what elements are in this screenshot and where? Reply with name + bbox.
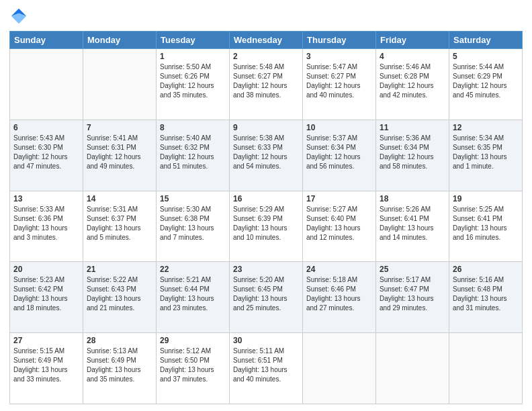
calendar-cell: 23Sunrise: 5:20 AM Sunset: 6:45 PM Dayli…: [230, 262, 303, 333]
calendar-cell: 17Sunrise: 5:27 AM Sunset: 6:40 PM Dayli…: [303, 191, 376, 262]
calendar-cell: 2Sunrise: 5:48 AM Sunset: 6:27 PM Daylig…: [230, 49, 303, 120]
day-number: 11: [380, 123, 445, 132]
day-info: Sunrise: 5:26 AM Sunset: 6:41 PM Dayligh…: [380, 205, 445, 242]
calendar-cell: 16Sunrise: 5:29 AM Sunset: 6:39 PM Dayli…: [230, 191, 303, 262]
day-info: Sunrise: 5:21 AM Sunset: 6:44 PM Dayligh…: [160, 275, 226, 313]
calendar-cell: 6Sunrise: 5:43 AM Sunset: 6:30 PM Daylig…: [10, 120, 83, 191]
day-number: 12: [453, 123, 519, 132]
day-info: Sunrise: 5:29 AM Sunset: 6:39 PM Dayligh…: [233, 205, 299, 242]
calendar-cell: 13Sunrise: 5:33 AM Sunset: 6:36 PM Dayli…: [10, 191, 83, 262]
day-info: Sunrise: 5:31 AM Sunset: 6:37 PM Dayligh…: [87, 205, 152, 242]
day-info: Sunrise: 5:36 AM Sunset: 6:34 PM Dayligh…: [380, 134, 445, 171]
day-number: 19: [453, 194, 519, 203]
day-info: Sunrise: 5:22 AM Sunset: 6:43 PM Dayligh…: [87, 275, 152, 313]
col-header-friday: Friday: [376, 32, 449, 49]
calendar-cell: 22Sunrise: 5:21 AM Sunset: 6:44 PM Dayli…: [157, 262, 230, 333]
day-info: Sunrise: 5:13 AM Sunset: 6:49 PM Dayligh…: [87, 347, 152, 384]
calendar-cell: 28Sunrise: 5:13 AM Sunset: 6:49 PM Dayli…: [83, 333, 157, 404]
day-number: 13: [13, 194, 79, 203]
day-info: Sunrise: 5:23 AM Sunset: 6:42 PM Dayligh…: [13, 275, 79, 313]
day-number: 3: [306, 52, 372, 61]
day-info: Sunrise: 5:11 AM Sunset: 6:51 PM Dayligh…: [233, 347, 299, 384]
calendar-cell: 27Sunrise: 5:15 AM Sunset: 6:49 PM Dayli…: [10, 333, 83, 404]
day-info: Sunrise: 5:46 AM Sunset: 6:28 PM Dayligh…: [380, 62, 445, 100]
day-info: Sunrise: 5:33 AM Sunset: 6:36 PM Dayligh…: [13, 205, 79, 242]
calendar-cell: 21Sunrise: 5:22 AM Sunset: 6:43 PM Dayli…: [83, 262, 157, 333]
calendar-week-2: 13Sunrise: 5:33 AM Sunset: 6:36 PM Dayli…: [10, 191, 523, 262]
col-header-tuesday: Tuesday: [157, 32, 230, 49]
calendar-cell: 11Sunrise: 5:36 AM Sunset: 6:34 PM Dayli…: [376, 120, 449, 191]
day-number: 14: [87, 194, 152, 203]
day-info: Sunrise: 5:17 AM Sunset: 6:47 PM Dayligh…: [380, 275, 445, 313]
logo-icon: [9, 7, 28, 26]
day-info: Sunrise: 5:37 AM Sunset: 6:34 PM Dayligh…: [306, 134, 372, 171]
col-header-thursday: Thursday: [303, 32, 376, 49]
calendar-cell: 24Sunrise: 5:18 AM Sunset: 6:46 PM Dayli…: [303, 262, 376, 333]
day-info: Sunrise: 5:50 AM Sunset: 6:26 PM Dayligh…: [160, 62, 226, 100]
calendar-table: SundayMondayTuesdayWednesdayThursdayFrid…: [9, 31, 523, 404]
calendar-week-4: 27Sunrise: 5:15 AM Sunset: 6:49 PM Dayli…: [10, 333, 523, 404]
calendar-cell: 20Sunrise: 5:23 AM Sunset: 6:42 PM Dayli…: [10, 262, 83, 333]
calendar-cell: 18Sunrise: 5:26 AM Sunset: 6:41 PM Dayli…: [376, 191, 449, 262]
calendar-cell: 12Sunrise: 5:34 AM Sunset: 6:35 PM Dayli…: [449, 120, 523, 191]
day-info: Sunrise: 5:20 AM Sunset: 6:45 PM Dayligh…: [233, 275, 299, 313]
day-info: Sunrise: 5:16 AM Sunset: 6:48 PM Dayligh…: [453, 275, 519, 313]
calendar-cell: 8Sunrise: 5:40 AM Sunset: 6:32 PM Daylig…: [157, 120, 230, 191]
day-info: Sunrise: 5:43 AM Sunset: 6:30 PM Dayligh…: [13, 134, 79, 171]
calendar-cell: [376, 333, 449, 404]
calendar-cell: 5Sunrise: 5:44 AM Sunset: 6:29 PM Daylig…: [449, 49, 523, 120]
calendar-week-3: 20Sunrise: 5:23 AM Sunset: 6:42 PM Dayli…: [10, 262, 523, 333]
header: [9, 7, 523, 26]
day-info: Sunrise: 5:18 AM Sunset: 6:46 PM Dayligh…: [306, 275, 372, 313]
day-number: 28: [87, 336, 152, 345]
day-info: Sunrise: 5:34 AM Sunset: 6:35 PM Dayligh…: [453, 134, 519, 171]
day-info: Sunrise: 5:47 AM Sunset: 6:27 PM Dayligh…: [306, 62, 372, 100]
day-number: 7: [87, 123, 152, 132]
calendar-week-1: 6Sunrise: 5:43 AM Sunset: 6:30 PM Daylig…: [10, 120, 523, 191]
calendar-header-row: SundayMondayTuesdayWednesdayThursdayFrid…: [10, 32, 523, 49]
day-number: 20: [13, 265, 79, 274]
day-number: 30: [233, 336, 299, 345]
day-number: 22: [160, 265, 226, 274]
calendar-cell: 14Sunrise: 5:31 AM Sunset: 6:37 PM Dayli…: [83, 191, 157, 262]
col-header-saturday: Saturday: [449, 32, 523, 49]
day-number: 17: [306, 194, 372, 203]
day-number: 6: [13, 123, 79, 132]
calendar-cell: 1Sunrise: 5:50 AM Sunset: 6:26 PM Daylig…: [157, 49, 230, 120]
day-info: Sunrise: 5:48 AM Sunset: 6:27 PM Dayligh…: [233, 62, 299, 100]
calendar-cell: 10Sunrise: 5:37 AM Sunset: 6:34 PM Dayli…: [303, 120, 376, 191]
day-info: Sunrise: 5:30 AM Sunset: 6:38 PM Dayligh…: [160, 205, 226, 242]
calendar-cell: 9Sunrise: 5:38 AM Sunset: 6:33 PM Daylig…: [230, 120, 303, 191]
day-number: 15: [160, 194, 226, 203]
day-number: 25: [380, 265, 445, 274]
page: SundayMondayTuesdayWednesdayThursdayFrid…: [0, 0, 532, 411]
calendar-cell: [449, 333, 523, 404]
day-number: 9: [233, 123, 299, 132]
calendar-cell: [10, 49, 83, 120]
logo: [9, 7, 31, 26]
col-header-monday: Monday: [83, 32, 157, 49]
day-number: 8: [160, 123, 226, 132]
day-number: 23: [233, 265, 299, 274]
day-number: 1: [160, 52, 226, 61]
day-info: Sunrise: 5:15 AM Sunset: 6:49 PM Dayligh…: [13, 347, 79, 384]
col-header-sunday: Sunday: [10, 32, 83, 49]
calendar-cell: 4Sunrise: 5:46 AM Sunset: 6:28 PM Daylig…: [376, 49, 449, 120]
day-number: 27: [13, 336, 79, 345]
day-number: 26: [453, 265, 519, 274]
calendar-cell: 26Sunrise: 5:16 AM Sunset: 6:48 PM Dayli…: [449, 262, 523, 333]
day-info: Sunrise: 5:27 AM Sunset: 6:40 PM Dayligh…: [306, 205, 372, 242]
calendar-cell: 7Sunrise: 5:41 AM Sunset: 6:31 PM Daylig…: [83, 120, 157, 191]
calendar-cell: 3Sunrise: 5:47 AM Sunset: 6:27 PM Daylig…: [303, 49, 376, 120]
col-header-wednesday: Wednesday: [230, 32, 303, 49]
day-info: Sunrise: 5:41 AM Sunset: 6:31 PM Dayligh…: [87, 134, 152, 171]
calendar-cell: [83, 49, 157, 120]
day-info: Sunrise: 5:38 AM Sunset: 6:33 PM Dayligh…: [233, 134, 299, 171]
day-number: 21: [87, 265, 152, 274]
calendar-cell: [303, 333, 376, 404]
day-number: 10: [306, 123, 372, 132]
calendar-cell: 25Sunrise: 5:17 AM Sunset: 6:47 PM Dayli…: [376, 262, 449, 333]
day-number: 16: [233, 194, 299, 203]
day-number: 24: [306, 265, 372, 274]
day-info: Sunrise: 5:40 AM Sunset: 6:32 PM Dayligh…: [160, 134, 226, 171]
